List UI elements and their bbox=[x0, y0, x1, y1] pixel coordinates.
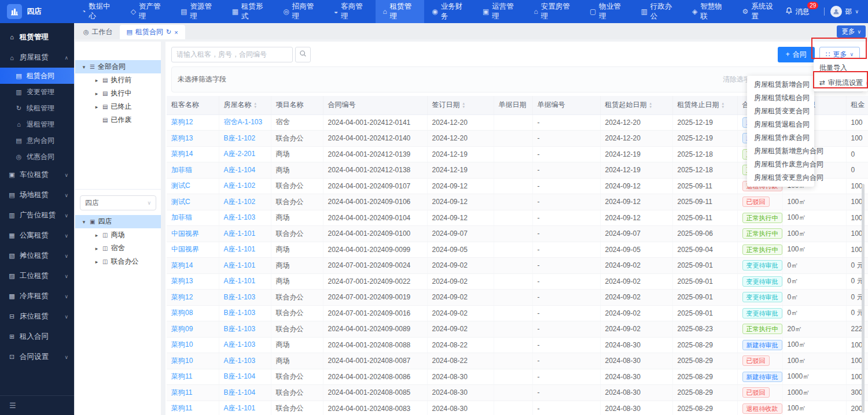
sidebar-group-车位租赁[interactable]: ▣车位租赁∨ bbox=[0, 165, 74, 185]
tenant-link[interactable]: 测试C bbox=[171, 181, 190, 190]
sidebar-group-合同设置[interactable]: ⊡合同设置∨ bbox=[0, 347, 74, 367]
room-link[interactable]: A座-1-101 bbox=[224, 229, 256, 238]
sidebar-group-公寓租赁[interactable]: ▦公寓租赁∨ bbox=[0, 225, 74, 246]
search-button[interactable] bbox=[295, 47, 311, 62]
sidebar-item-优惠合同[interactable]: ◎优惠合同 bbox=[0, 149, 74, 165]
tab-租赁合同[interactable]: ▤租赁合同↻× bbox=[120, 25, 185, 39]
tenant-link[interactable]: 菜狗13 bbox=[171, 277, 193, 285]
submenu-item-房屋租赁变更合同[interactable]: 房屋租赁变更合同 bbox=[747, 105, 814, 118]
tree-caret-icon[interactable]: ▸ bbox=[94, 232, 100, 238]
column-header-end_date[interactable]: 租赁终止日期▴▾ bbox=[672, 96, 737, 114]
column-header-room[interactable]: 房屋名称▴▾ bbox=[219, 96, 271, 114]
room-link[interactable]: B座-1-103 bbox=[224, 309, 256, 317]
room-link[interactable]: B座-1-103 bbox=[224, 325, 256, 333]
submenu-item-房屋租赁作废意向合同[interactable]: 房屋租赁作废意向合同 bbox=[747, 158, 814, 171]
tenant-link[interactable]: 菜狗11 bbox=[171, 372, 192, 380]
nav-item-安置房管理[interactable]: ⌂安置房管理 bbox=[526, 0, 582, 23]
nav-item-业务财务[interactable]: ◉业务财务 bbox=[424, 0, 475, 23]
contract-tree-item-已作废[interactable]: ▤已作废 bbox=[75, 113, 161, 127]
tree-caret-icon[interactable]: ▾ bbox=[81, 64, 87, 70]
nav-item-行政办公[interactable]: ▥行政办公 bbox=[633, 0, 685, 23]
tenant-link[interactable]: 菜狗14 bbox=[171, 261, 193, 269]
tenant-link[interactable]: 菜狗14 bbox=[171, 150, 193, 158]
sort-icon[interactable]: ▴▾ bbox=[722, 102, 724, 108]
refresh-icon[interactable]: ↻ bbox=[166, 28, 171, 36]
tenant-link[interactable]: 菜狗11 bbox=[171, 404, 192, 412]
tree-caret-icon[interactable]: ▾ bbox=[81, 219, 87, 225]
tenant-link[interactable]: 中国视界 bbox=[171, 229, 199, 238]
tenant-link[interactable]: 菜狗10 bbox=[171, 340, 193, 349]
tree-caret-icon[interactable]: ▸ bbox=[94, 246, 100, 251]
column-header-sign_date[interactable]: 签订日期▴▾ bbox=[427, 96, 494, 114]
messages-button[interactable]: 消息 29 bbox=[785, 7, 809, 17]
sidebar-item-租赁合同[interactable]: ▤租赁合同 bbox=[0, 68, 74, 84]
sidebar-group-冷库租赁[interactable]: ▩冷库租赁∨ bbox=[0, 286, 74, 306]
tenant-link[interactable]: 菜狗12 bbox=[171, 118, 193, 126]
tenant-link[interactable]: 菜狗12 bbox=[171, 293, 193, 301]
contract-tree-item-执行前[interactable]: ▸▤执行前 bbox=[75, 73, 161, 87]
room-link[interactable]: B座-1-104 bbox=[224, 388, 256, 397]
tenant-link[interactable]: 菜狗13 bbox=[171, 134, 193, 142]
tenant-link[interactable]: 菜狗11 bbox=[171, 388, 192, 397]
room-link[interactable]: A座-1-101 bbox=[224, 261, 256, 269]
room-link[interactable]: A座-1-101 bbox=[224, 404, 256, 412]
submenu-item-房屋租赁新增意向合同[interactable]: 房屋租赁新增意向合同 bbox=[747, 144, 814, 158]
nav-item-运营管理[interactable]: ▣运营管理 bbox=[475, 0, 527, 23]
room-link[interactable]: B座-1-103 bbox=[224, 293, 256, 301]
org-tree-item-宿舍[interactable]: ▸◫宿舍 bbox=[75, 242, 161, 255]
nav-item-招商管理[interactable]: ◎招商管理 bbox=[275, 0, 326, 23]
sort-icon[interactable]: ▴▾ bbox=[463, 102, 465, 108]
nav-item-数据中心[interactable]: ◔数据中心 bbox=[74, 0, 123, 23]
room-link[interactable]: A座-1-104 bbox=[224, 166, 256, 174]
contract-tree-item-执行中[interactable]: ▸▤执行中 bbox=[75, 87, 161, 100]
room-link[interactable]: B座-1-104 bbox=[224, 372, 256, 380]
sidebar-item-退租管理[interactable]: ⌂退租管理 bbox=[0, 116, 74, 132]
room-link[interactable]: A座-1-102 bbox=[224, 198, 256, 206]
column-header-start_date[interactable]: 租赁起始日期▴▾ bbox=[600, 96, 672, 114]
org-tree-item-商场[interactable]: ▸◫商场 bbox=[75, 228, 161, 242]
submenu-item-房屋租赁退租合同[interactable]: 房屋租赁退租合同 bbox=[747, 118, 814, 131]
room-link[interactable]: A座-1-103 bbox=[224, 213, 256, 221]
store-select[interactable]: 四店 ∨ bbox=[80, 195, 156, 210]
org-tree-item-联合办公[interactable]: ▸◫联合办公 bbox=[75, 255, 161, 268]
nav-item-资产管理[interactable]: ◇资产管理 bbox=[123, 0, 174, 23]
submenu-item-房屋租赁新增合同[interactable]: 房屋租赁新增合同 bbox=[747, 78, 814, 91]
sidebar-group-床位租赁[interactable]: ⊟床位租赁∨ bbox=[0, 306, 74, 327]
close-icon[interactable]: × bbox=[174, 29, 178, 36]
tenant-link[interactable]: 测试C bbox=[171, 198, 190, 206]
nav-item-租赁形式[interactable]: ▦租赁形式 bbox=[225, 0, 276, 23]
submenu-item-房屋租赁续租合同[interactable]: 房屋租赁续租合同 bbox=[747, 91, 814, 105]
sidebar-group-广告位租赁[interactable]: ▥广告位租赁∨ bbox=[0, 205, 74, 225]
sidebar-collapse-button[interactable]: ☰ bbox=[0, 395, 74, 415]
contract-tree-item-全部合同[interactable]: ▾☰全部合同 bbox=[75, 60, 161, 73]
search-input[interactable] bbox=[171, 47, 293, 62]
tenant-link[interactable]: 加菲猫 bbox=[171, 166, 192, 174]
sort-icon[interactable]: ▴▾ bbox=[255, 102, 257, 108]
room-link[interactable]: B座-1-102 bbox=[224, 134, 256, 142]
nav-item-系统设置[interactable]: ⚙系统设置 bbox=[734, 0, 785, 23]
submenu-item-房屋租赁作废合同[interactable]: 房屋租赁作废合同 bbox=[747, 131, 814, 144]
room-link[interactable]: A座-1-101 bbox=[224, 245, 256, 253]
nav-item-物业管理[interactable]: ▢物业管理 bbox=[582, 0, 634, 23]
room-link[interactable]: A座-1-102 bbox=[224, 181, 256, 190]
tab-工作台[interactable]: ◎工作台 bbox=[76, 25, 120, 39]
table-scrollbar[interactable] bbox=[862, 184, 865, 413]
sidebar-group-摊位租赁[interactable]: ▧摊位租赁∨ bbox=[0, 246, 74, 266]
room-link[interactable]: A座-1-103 bbox=[224, 340, 256, 349]
nav-item-智慧物联[interactable]: ◈智慧物联 bbox=[685, 0, 735, 23]
tree-caret-icon[interactable]: ▸ bbox=[94, 259, 100, 265]
tree-caret-icon[interactable]: ▸ bbox=[94, 77, 100, 83]
user-menu[interactable]: 邵 ∨ bbox=[830, 6, 859, 17]
submenu-item-房屋租赁变更意向合同[interactable]: 房屋租赁变更意向合同 bbox=[747, 171, 814, 184]
tenant-link[interactable]: 中国视界 bbox=[171, 245, 199, 253]
tenant-link[interactable]: 菜狗08 bbox=[171, 309, 193, 317]
tenant-link[interactable]: 菜狗09 bbox=[171, 325, 193, 333]
nav-item-租赁管理[interactable]: ⌂租赁管理 bbox=[376, 0, 425, 23]
page-more-button[interactable]: 更多∨ bbox=[837, 25, 866, 38]
nav-item-客商管理[interactable]: ◒客商管理 bbox=[326, 0, 376, 23]
tenant-link[interactable]: 加菲猫 bbox=[171, 213, 192, 221]
room-link[interactable]: A座-1-103 bbox=[224, 357, 256, 365]
tree-caret-icon[interactable]: ▸ bbox=[94, 104, 100, 110]
room-link[interactable]: 宿舍A-1-103 bbox=[224, 118, 263, 126]
sidebar-group-房屋租赁[interactable]: ⌂房屋租赁∧ bbox=[0, 47, 74, 68]
